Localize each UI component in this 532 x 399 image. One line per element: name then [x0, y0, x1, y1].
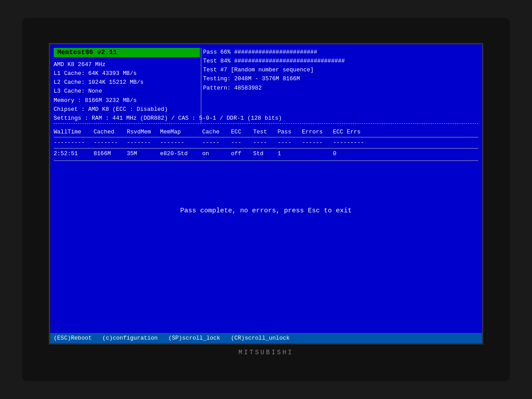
row-pass: 1 [278, 149, 302, 159]
col-header-walltime: WallTime [54, 128, 94, 137]
dashes-9: ------ [302, 138, 333, 147]
dashes-5: ----- [202, 138, 231, 147]
monitor-brand: MITSUBISHI [239, 349, 293, 356]
dashes-10: --------- [333, 138, 368, 147]
divider-h [54, 123, 478, 124]
dashes-1: --------- [54, 138, 94, 147]
pass-line: Pass 66% ######################## [203, 48, 345, 57]
row-memmap: e820-Std [160, 149, 202, 159]
col-header-memmap: MemMap [160, 128, 202, 137]
chipset-info: Chipset : AMD K8 (ECC : Disabled) [54, 105, 282, 114]
col-header-test: Test [253, 128, 278, 137]
table-bottom-divider [54, 160, 478, 161]
row-test: Std [253, 149, 278, 159]
scroll-lock[interactable]: (SP)scroll_lock [168, 335, 220, 341]
sys-info: AMD K8 2647 MHz L1 Cache: 64K 43393 MB/s… [54, 60, 282, 123]
row-errors [302, 149, 333, 159]
dashes-3: ------- [127, 138, 160, 147]
dashes-6: --- [231, 138, 253, 147]
row-cached: 8166M [94, 149, 127, 159]
l1-cache: L1 Cache: 64K 43393 MB/s [54, 69, 282, 78]
col-header-errors: Errors [302, 128, 333, 137]
esc-reboot[interactable]: (ESC)Reboot [54, 335, 92, 341]
col-header-cache: Cache [202, 128, 231, 137]
table-section: WallTime Cached RsvdMem MemMap Cache ECC… [54, 128, 478, 161]
col-header-pass: Pass [278, 128, 302, 137]
l2-cache: L2 Cache: 1024K 15212 MB/s [54, 78, 282, 87]
settings-info: Settings : RAM : 441 MHz (DDR882) / CAS … [54, 114, 282, 123]
row-ecc: off [231, 149, 253, 159]
memory-info: Memory : 8166M 3232 MB/s [54, 96, 282, 105]
title-bar: Memtest86 v2.11 [54, 48, 200, 57]
pass-complete-message: Pass complete, no errors, press Esc to e… [180, 207, 352, 215]
screen: Memtest86 v2.11 Pass 66% ###############… [49, 43, 483, 344]
col-header-cached: Cached [94, 128, 127, 137]
dashes-4: ------- [160, 138, 202, 147]
cpu-info: AMD K8 2647 MHz [54, 60, 282, 69]
dashes-8: ---- [278, 138, 302, 147]
row-ecc-errs: 0 [333, 149, 368, 159]
dashes-7: ---- [253, 138, 278, 147]
title-text: Memtest86 v2.11 [57, 49, 117, 56]
monitor-frame: Memtest86 v2.11 Pass 66% ###############… [22, 18, 510, 381]
row-walltime: 2:52:51 [54, 149, 94, 159]
col-header-rsvdmem: RsvdMem [127, 128, 160, 137]
l3-cache: L3 Cache: None [54, 87, 282, 96]
dashes-2: ------- [94, 138, 127, 147]
scroll-unlock[interactable]: (CR)scroll_unlock [231, 335, 290, 341]
config[interactable]: (c)configuration [102, 335, 158, 341]
row-cache: on [202, 149, 231, 159]
col-header-ecc-errs: ECC Errs [333, 128, 368, 137]
col-header-ecc: ECC [231, 128, 253, 137]
row-rsvdmem: 35M [127, 149, 160, 159]
bottom-bar: (ESC)Reboot (c)configuration (SP)scroll_… [50, 333, 482, 343]
